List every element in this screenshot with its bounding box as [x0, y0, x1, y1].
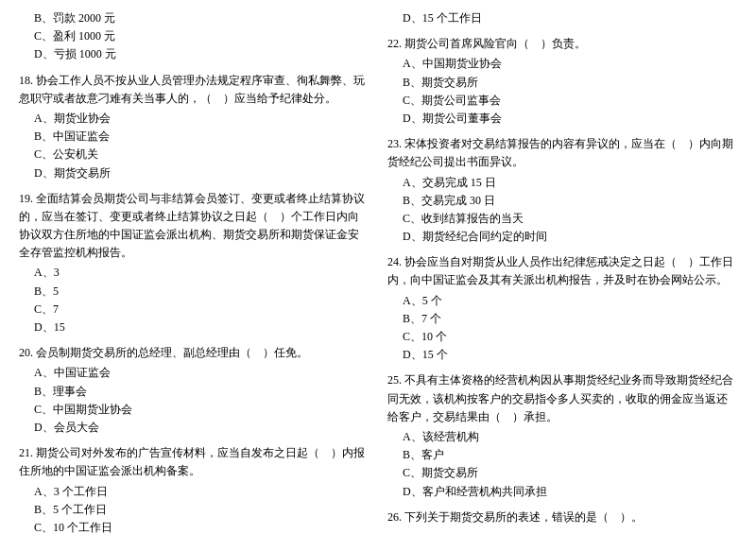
question-block-18: 18. 协会工作人员不按从业人员管理办法规定程序审查、徇私舞弊、玩忽职守或者故意…: [19, 72, 369, 182]
q18-option-a: A、期货业协会: [34, 110, 369, 128]
left-column: B、罚款 2000 元 C、盈利 1000 元 D、亏损 1000 元 18. …: [19, 9, 369, 534]
question-block-b2000: B、罚款 2000 元 C、盈利 1000 元 D、亏损 1000 元: [19, 9, 369, 64]
q18-option-c: C、公安机关: [34, 146, 369, 164]
question-19-text: 19. 全面结算会员期货公司与非结算会员签订、变更或者终止结算协议的，应当在签订…: [19, 190, 369, 263]
option-d-15workdays: D、15 个工作日: [403, 9, 737, 27]
q20-option-c: C、中国期货业协会: [34, 401, 369, 419]
q25-option-a: A、该经营机构: [403, 428, 737, 446]
q19-option-c: C、7: [34, 301, 369, 319]
question-24-text: 24. 协会应当自对期货从业人员作出纪律惩戒决定之日起（ ）工作日内，向中国证监…: [387, 253, 737, 289]
question-23-text: 23. 宋体投资者对交易结算报告的内容有异议的，应当在（ ）内向期货经纪公司提出…: [387, 135, 737, 171]
q20-option-d: D、会员大会: [34, 419, 369, 437]
question-block-25: 25. 不具有主体资格的经营机构因从事期货经纪业务而导致期货经纪合同无效，该机构…: [387, 371, 737, 500]
two-column-layout: B、罚款 2000 元 C、盈利 1000 元 D、亏损 1000 元 18. …: [19, 9, 737, 534]
q18-option-b: B、中国证监会: [34, 128, 369, 146]
q21-option-a: A、3 个工作日: [34, 483, 369, 501]
q19-option-b: B、5: [34, 283, 369, 301]
question-block-22: 22. 期货公司首席风险官向（ ）负责。 A、中国期货业协会 B、期货交易所 C…: [387, 35, 737, 128]
q18-option-d: D、期货交易所: [34, 164, 369, 182]
q23-option-b: B、交易完成 30 日: [403, 192, 737, 210]
question-26-text: 26. 下列关于期货交易所的表述，错误的是（ ）。: [387, 508, 737, 526]
q20-option-a: A、中国证监会: [34, 364, 369, 382]
question-block-20: 20. 会员制期货交易所的总经理、副总经理由（ ）任免。 A、中国证监会 B、理…: [19, 344, 369, 437]
option-b-2000: B、罚款 2000 元: [34, 9, 369, 27]
q24-option-a: A、5 个: [403, 292, 737, 310]
question-block-d15: D、15 个工作日: [387, 9, 737, 27]
question-block-24: 24. 协会应当自对期货从业人员作出纪律惩戒决定之日起（ ）工作日内，向中国证监…: [387, 253, 737, 364]
option-c-1000profit: C、盈利 1000 元: [34, 27, 369, 45]
q24-option-b: B、7 个: [403, 310, 737, 328]
q24-option-d: D、15 个: [403, 346, 737, 364]
q19-option-a: A、3: [34, 264, 369, 282]
q25-option-b: B、客户: [403, 446, 737, 464]
question-25-text: 25. 不具有主体资格的经营机构因从事期货经纪业务而导致期货经纪合同无效，该机构…: [387, 371, 737, 426]
q25-option-d: D、客户和经营机构共同承担: [403, 483, 737, 501]
q22-option-b: B、期货交易所: [403, 74, 737, 92]
q22-option-a: A、中国期货业协会: [403, 55, 737, 73]
option-d-1000loss: D、亏损 1000 元: [34, 45, 369, 63]
question-21-text: 21. 期货公司对外发布的广告宣传材料，应当自发布之日起（ ）内报住所地的中国证…: [19, 444, 369, 480]
q22-option-c: C、期货公司监事会: [403, 92, 737, 110]
question-block-23: 23. 宋体投资者对交易结算报告的内容有异议的，应当在（ ）内向期货经纪公司提出…: [387, 135, 737, 246]
q24-option-c: C、10 个: [403, 328, 737, 346]
q23-option-a: A、交易完成 15 日: [403, 174, 737, 192]
question-block-19: 19. 全面结算会员期货公司与非结算会员签订、变更或者终止结算协议的，应当在签订…: [19, 190, 369, 337]
right-column: D、15 个工作日 22. 期货公司首席风险官向（ ）负责。 A、中国期货业协会…: [387, 9, 737, 534]
q20-option-b: B、理事会: [34, 383, 369, 401]
question-20-text: 20. 会员制期货交易所的总经理、副总经理由（ ）任免。: [19, 344, 369, 362]
q25-option-c: C、期货交易所: [403, 464, 737, 482]
q21-option-c: C、10 个工作日: [34, 519, 369, 534]
q21-option-b: B、5 个工作日: [34, 501, 369, 519]
q19-option-d: D、15: [34, 319, 369, 336]
question-block-21: 21. 期货公司对外发布的广告宣传材料，应当自发布之日起（ ）内报住所地的中国证…: [19, 444, 369, 534]
q23-option-c: C、收到结算报告的当天: [403, 210, 737, 228]
question-block-26: 26. 下列关于期货交易所的表述，错误的是（ ）。: [387, 508, 737, 526]
question-22-text: 22. 期货公司首席风险官向（ ）负责。: [387, 35, 737, 53]
q22-option-d: D、期货公司董事会: [403, 110, 737, 128]
question-18-text: 18. 协会工作人员不按从业人员管理办法规定程序审查、徇私舞弊、玩忽职守或者故意…: [19, 72, 369, 108]
page-container: B、罚款 2000 元 C、盈利 1000 元 D、亏损 1000 元 18. …: [19, 9, 737, 534]
q23-option-d: D、期货经纪合同约定的时间: [403, 228, 737, 246]
